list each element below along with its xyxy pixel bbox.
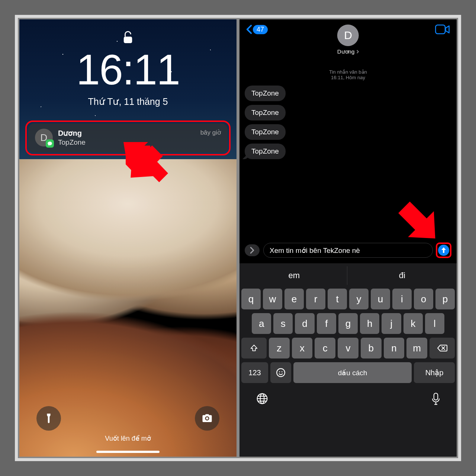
globe-key[interactable]	[256, 393, 268, 405]
apps-drawer-button[interactable]	[245, 244, 260, 256]
svg-point-11	[282, 371, 283, 372]
letter-key[interactable]: v	[338, 338, 358, 358]
annotation-arrow-icon	[393, 194, 446, 250]
camera-button[interactable]	[195, 406, 219, 431]
message-bubble[interactable]: TopZone	[245, 124, 286, 140]
shift-key[interactable]	[241, 338, 267, 358]
facetime-button[interactable]	[435, 25, 450, 34]
letter-key[interactable]: w	[263, 289, 282, 309]
backspace-key[interactable]	[430, 338, 455, 358]
thread-timestamp: 16:11, Hôm nay	[239, 75, 457, 80]
letter-key[interactable]: p	[435, 289, 455, 309]
letter-key[interactable]: b	[361, 338, 382, 358]
emoji-key[interactable]	[270, 362, 291, 383]
contact-avatar[interactable]: D	[337, 25, 359, 46]
letter-key[interactable]: z	[269, 338, 290, 358]
suggestion-bar: em đi	[241, 266, 455, 285]
letter-key[interactable]: l	[425, 313, 444, 334]
letter-key[interactable]: c	[315, 338, 335, 358]
letter-key[interactable]: i	[392, 289, 412, 309]
annotation-arrow-icon	[123, 142, 168, 187]
messages-header: 47 D Dương	[239, 19, 457, 37]
chevron-right-icon	[250, 247, 255, 254]
suggestion[interactable]: đi	[350, 266, 455, 285]
camera-icon	[202, 414, 213, 423]
letter-key[interactable]: r	[306, 289, 325, 309]
dictation-key[interactable]	[432, 393, 440, 405]
letter-key[interactable]: a	[252, 313, 271, 334]
letter-key[interactable]: u	[371, 289, 390, 309]
svg-rect-0	[124, 37, 132, 44]
return-key[interactable]: Nhập	[414, 362, 455, 383]
letter-key[interactable]: m	[406, 338, 427, 358]
home-indicator[interactable]	[96, 451, 160, 453]
lock-date: Thứ Tư, 11 tháng 5	[88, 96, 168, 107]
letter-key[interactable]: f	[317, 313, 336, 334]
letter-key[interactable]: q	[241, 289, 261, 309]
notification-sender: Dương	[58, 129, 195, 138]
message-list: TopZone TopZone TopZone TopZone	[239, 80, 457, 164]
message-bubble[interactable]: TopZone	[245, 105, 286, 120]
svg-rect-6	[435, 25, 445, 34]
letter-key[interactable]: t	[328, 289, 347, 309]
thread-type-label: Tin nhắn văn bản	[239, 69, 457, 75]
backspace-icon	[437, 344, 447, 352]
svg-point-9	[277, 369, 285, 377]
message-bubble[interactable]: TopZone	[245, 144, 286, 159]
letter-key[interactable]: j	[382, 313, 401, 334]
letter-key[interactable]: n	[384, 338, 405, 358]
letter-key[interactable]: g	[338, 313, 358, 334]
notification-time: bây giờ	[200, 129, 221, 136]
messages-phone: 47 D Dương Tin nhắn văn bản 16:11, Hôm n…	[239, 19, 457, 457]
emoji-icon	[276, 368, 286, 377]
contact-name-button[interactable]: Dương	[337, 48, 359, 55]
letter-key[interactable]: k	[403, 313, 423, 334]
back-button[interactable]: 47	[246, 25, 268, 34]
letter-key[interactable]: e	[284, 289, 304, 309]
letter-key[interactable]: h	[360, 313, 379, 334]
letter-key[interactable]: y	[349, 289, 369, 309]
chevron-right-icon	[356, 49, 359, 54]
shift-icon	[250, 344, 258, 352]
back-unread-count: 47	[253, 25, 268, 34]
letter-key[interactable]: o	[414, 289, 433, 309]
lock-screen-phone: 16:11 Thứ Tư, 11 tháng 5 D Dương TopZone…	[19, 19, 237, 457]
letter-key[interactable]: d	[295, 313, 314, 334]
numbers-key[interactable]: 123	[241, 362, 268, 383]
unlock-icon	[122, 30, 134, 45]
messages-app-badge-icon	[46, 139, 54, 148]
letter-key[interactable]: x	[292, 338, 313, 358]
chevron-left-icon	[246, 25, 252, 34]
lock-clock: 16:11	[76, 48, 180, 91]
swipe-hint: Vuốt lên để mở	[19, 434, 237, 443]
flashlight-icon	[44, 413, 54, 424]
svg-point-10	[279, 371, 280, 372]
avatar-letter: D	[344, 29, 352, 42]
suggestion[interactable]: em	[241, 266, 347, 285]
message-bubble[interactable]: TopZone	[245, 86, 286, 101]
space-key[interactable]: dấu cách	[293, 362, 412, 383]
flashlight-button[interactable]	[36, 406, 61, 431]
svg-rect-14	[434, 393, 438, 400]
letter-key[interactable]: s	[273, 313, 293, 334]
keyboard: em đi qwertyuiop asdfghjkl zxcvbnm 123 d…	[239, 263, 457, 457]
notification-avatar: D	[35, 129, 53, 147]
